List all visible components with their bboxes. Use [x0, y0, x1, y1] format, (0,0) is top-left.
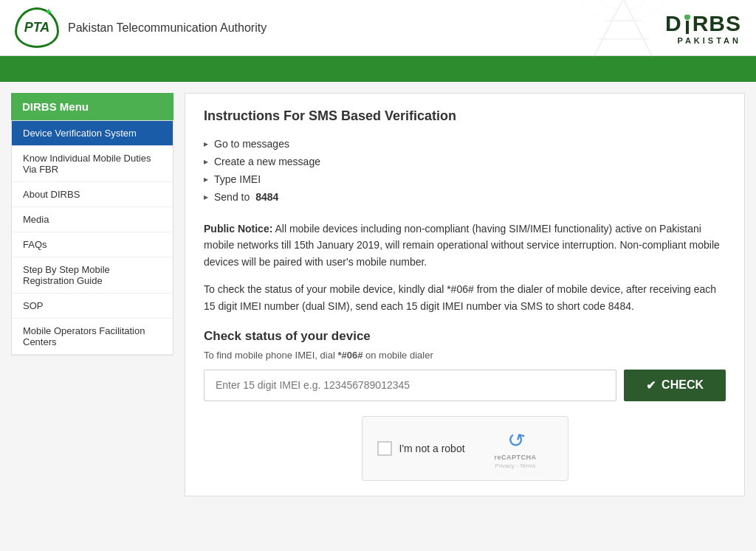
sidebar-menu: Device Verification System Know Individu… [11, 120, 173, 356]
svg-rect-6 [686, 21, 689, 34]
dirbs-i-letter [682, 11, 693, 36]
main-container: DIRBS Menu Device Verification System Kn… [0, 82, 756, 507]
pta-logo-circle: ✦ PTA [15, 7, 59, 48]
sidebar-link-device-verification[interactable]: Device Verification System [12, 121, 173, 145]
sidebar-item-guide[interactable]: Step By Step Mobile Registration Guide [12, 257, 173, 294]
sidebar-link-fbr[interactable]: Know Individual Mobile Duties Via FBR [12, 146, 173, 181]
svg-line-1 [623, 0, 653, 58]
recaptcha-brand: reCAPTCHA [495, 454, 537, 461]
sidebar-item-operators[interactable]: Mobile Operators Facilitation Centers [12, 319, 173, 355]
captcha-container: I'm not a robot ↺ reCAPTCHA Privacy - Te… [362, 416, 568, 481]
check-section-title: Check status of your device [204, 329, 726, 344]
sidebar-item-media[interactable]: Media [12, 207, 173, 232]
info-text: To check the status of your mobile devic… [204, 281, 726, 314]
sidebar-item-faqs[interactable]: FAQs [12, 232, 173, 257]
recaptcha-links: Privacy - Terms [495, 462, 536, 469]
sidebar-link-sop[interactable]: SOP [12, 294, 173, 318]
svg-point-4 [601, 0, 645, 10]
sidebar-link-operators[interactable]: Mobile Operators Facilitation Centers [12, 319, 173, 354]
pta-logo: ✦ PTA [15, 7, 59, 48]
pta-star-icon: ✦ [44, 6, 53, 18]
imei-input[interactable] [204, 370, 616, 401]
sidebar-item-about[interactable]: About DIRBS [12, 182, 173, 207]
imei-hint-code: *#06# [337, 350, 362, 361]
instruction-type-imei: Type IMEI [214, 173, 261, 185]
list-item-send-to: Send to 8484 [204, 188, 726, 206]
captcha-wrapper: I'm not a robot ↺ reCAPTCHA Privacy - Te… [204, 416, 726, 481]
imei-input-row: ✔ CHECK [204, 370, 726, 401]
dirbs-logo: D RBS PAKISTAN [665, 11, 741, 45]
public-notice-text: All mobile devices including non-complia… [204, 223, 720, 268]
sidebar-link-guide[interactable]: Step By Step Mobile Registration Guide [12, 257, 173, 293]
pta-full-name: Pakistan Telecommunication Authority [68, 21, 267, 35]
instruction-goto-messages: Go to messages [214, 138, 289, 150]
sidebar-item-device-verification[interactable]: Device Verification System [12, 121, 173, 146]
sidebar-link-faqs[interactable]: FAQs [12, 232, 173, 257]
sidebar-menu-title: DIRBS Menu [11, 93, 173, 120]
imei-hint-suffix: on mobile dialer [362, 350, 433, 361]
svg-point-7 [684, 15, 690, 20]
instruction-send-to-number: 8484 [255, 191, 278, 203]
instruction-send-to-prefix: Send to [214, 191, 250, 203]
dirbs-d-letter: D [665, 11, 682, 36]
content-area: Instructions For SMS Based Verification … [185, 93, 745, 496]
captcha-left: I'm not a robot [377, 441, 465, 456]
svg-line-0 [594, 0, 623, 58]
header: ✦ PTA Pakistan Telecommunication Authori… [0, 0, 756, 56]
dirbs-pakistan-label: PAKISTAN [677, 36, 741, 45]
sidebar-link-about[interactable]: About DIRBS [12, 182, 173, 207]
header-left: ✦ PTA Pakistan Telecommunication Authori… [15, 7, 267, 48]
list-item-type-imei: Type IMEI [204, 170, 726, 188]
tower-bg-icon [579, 0, 667, 55]
imei-hint: To find mobile phone IMEI, dial *#06# on… [204, 350, 726, 361]
list-item-goto-messages: Go to messages [204, 135, 726, 153]
instructions-title: Instructions For SMS Based Verification [204, 108, 726, 124]
check-button-icon: ✔ [646, 378, 656, 392]
check-button[interactable]: ✔ CHECK [624, 370, 726, 401]
list-item-create-message: Create a new message [204, 153, 726, 170]
instruction-create-message: Create a new message [214, 156, 320, 167]
pta-acronym: PTA [24, 20, 50, 35]
sidebar: DIRBS Menu Device Verification System Kn… [11, 93, 173, 496]
green-bar [0, 56, 756, 82]
sidebar-link-media[interactable]: Media [12, 207, 173, 232]
public-notice-label: Public Notice: [204, 223, 272, 235]
captcha-label: I'm not a robot [399, 443, 465, 454]
public-notice: Public Notice: All mobile devices includ… [204, 221, 726, 270]
recaptcha-icon: ↺ [504, 426, 527, 454]
check-button-label: CHECK [662, 378, 704, 392]
sidebar-item-sop[interactable]: SOP [12, 294, 173, 319]
instructions-list: Go to messages Create a new message Type… [204, 135, 726, 206]
imei-hint-prefix: To find mobile phone IMEI, dial [204, 350, 337, 361]
sidebar-item-fbr[interactable]: Know Individual Mobile Duties Via FBR [12, 146, 173, 182]
dirbs-rbs-letters: RBS [693, 11, 741, 36]
captcha-right: ↺ reCAPTCHA Privacy - Terms [495, 428, 537, 469]
captcha-checkbox[interactable] [377, 441, 392, 456]
